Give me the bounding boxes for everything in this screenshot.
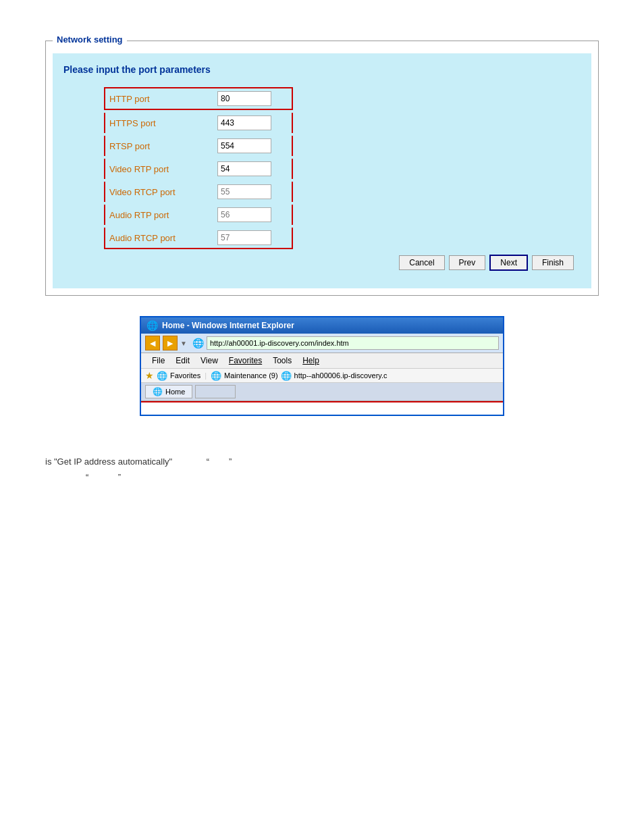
ie-title: Home - Windows Internet Explorer [162, 321, 294, 330]
forward-button[interactable]: ▶ [163, 336, 178, 350]
bottom-line1-text: is "Get IP address automatically" [45, 457, 172, 467]
ie-menubar: File Edit View Favorites Tools Help [141, 353, 503, 369]
ie-icon-maintenance: 🌐 [211, 371, 221, 381]
cancel-button[interactable]: Cancel [399, 255, 444, 270]
bottom-text-area: is "Get IP address automatically" “ ” “ … [45, 457, 599, 482]
label-video-rtp: Video RTP port [109, 164, 217, 174]
ie-nav-bar: ◀ ▶ ▼ 🌐 http://ah00001.ip-discovery.com/… [141, 334, 503, 353]
favbar-separator: | [205, 371, 207, 380]
form-row-http: HTTP port [104, 87, 293, 110]
input-rtsp[interactable] [217, 138, 271, 153]
ie-window: 🌐 Home - Windows Internet Explorer ◀ ▶ ▼… [140, 316, 504, 416]
port-form: HTTP port HTTPS port RTSP port Video RTP… [104, 87, 581, 249]
input-video-rtcp[interactable] [217, 184, 271, 199]
network-setting-panel: Network setting Please input the port pa… [45, 41, 599, 296]
menu-tools[interactable]: Tools [267, 355, 297, 367]
ie-icon-discovery: 🌐 [281, 371, 292, 381]
favbar-discovery[interactable]: http--ah00006.ip-discovery.c [294, 371, 387, 380]
input-video-rtp[interactable] [217, 161, 271, 176]
ie-page-icon2: 🌐 [157, 371, 167, 381]
favbar-maintenance[interactable]: Maintenance (9) [224, 371, 278, 380]
form-row-https: HTTPS port [104, 113, 293, 133]
bottom-quote1: “ [207, 457, 209, 467]
next-button[interactable]: Next [489, 255, 528, 271]
input-audio-rtcp[interactable] [217, 230, 271, 245]
menu-edit[interactable]: Edit [170, 355, 195, 367]
button-row: Cancel Prev Next Finish [63, 249, 581, 278]
favorites-label[interactable]: Favorites [170, 371, 200, 380]
back-button[interactable]: ◀ [145, 336, 160, 350]
bottom-line2: “ ” [45, 472, 599, 482]
empty-tab[interactable] [195, 385, 236, 398]
ie-tabbar: 🌐 Home [141, 383, 503, 401]
menu-file[interactable]: File [146, 355, 170, 367]
form-row-audio-rtp: Audio RTP port [104, 205, 293, 225]
ie-globe-icon: 🌐 [146, 320, 158, 331]
menu-help[interactable]: Help [297, 355, 325, 367]
ie-titlebar: 🌐 Home - Windows Internet Explorer [141, 317, 503, 334]
input-audio-rtp[interactable] [217, 207, 271, 222]
input-http[interactable] [217, 91, 271, 106]
home-tab-icon: 🌐 [153, 387, 163, 396]
label-audio-rtp: Audio RTP port [109, 210, 217, 220]
home-tab-label: Home [165, 388, 185, 396]
form-row-audio-rtcp: Audio RTCP port [104, 228, 293, 249]
panel-title: Network setting [53, 34, 127, 45]
ie-favbar: ★ 🌐 Favorites | 🌐 Maintenance (9) 🌐 http… [141, 369, 503, 383]
bottom-line2-prefix: “ [45, 472, 88, 482]
label-rtsp: RTSP port [109, 141, 217, 151]
finish-button[interactable]: Finish [532, 255, 574, 270]
menu-view[interactable]: View [195, 355, 223, 367]
ie-page-icon: 🌐 [192, 338, 204, 348]
label-http: HTTP port [109, 94, 217, 104]
panel-inner: Please input the port parameters HTTP po… [53, 53, 591, 288]
favorites-star-icon: ★ [145, 370, 154, 381]
panel-subtitle: Please input the port parameters [63, 64, 581, 75]
bottom-quote2: ” [229, 457, 232, 467]
form-row-video-rtcp: Video RTCP port [104, 182, 293, 202]
bottom-line1: is "Get IP address automatically" “ ” [45, 457, 599, 467]
form-row-video-rtp: Video RTP port [104, 159, 293, 179]
bottom-line2-suffix: ” [118, 472, 121, 482]
menu-favorites[interactable]: Favorites [223, 355, 267, 367]
input-https[interactable] [217, 115, 271, 130]
nav-separator: ▼ [180, 340, 187, 347]
label-video-rtcp: Video RTCP port [109, 187, 217, 197]
home-tab[interactable]: 🌐 Home [145, 385, 192, 398]
address-url: http://ah00001.ip-discovery.com/index.ht… [210, 339, 349, 347]
label-audio-rtcp: Audio RTCP port [109, 233, 217, 243]
ie-content [141, 401, 503, 415]
label-https: HTTPS port [109, 118, 217, 128]
address-bar[interactable]: http://ah00001.ip-discovery.com/index.ht… [207, 336, 499, 350]
form-row-rtsp: RTSP port [104, 136, 293, 156]
prev-button[interactable]: Prev [449, 255, 486, 270]
